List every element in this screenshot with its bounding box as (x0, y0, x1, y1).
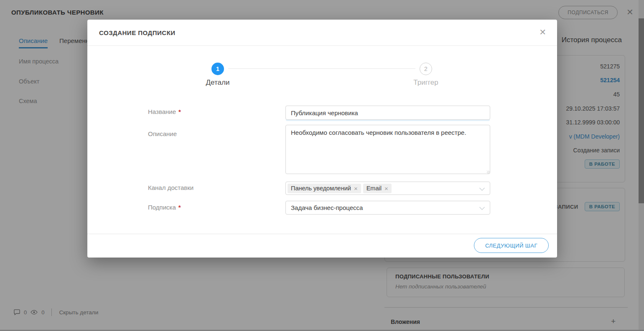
step-1-circle: 1 (211, 63, 224, 75)
chevron-down-icon[interactable] (479, 205, 485, 210)
required-asterisk: * (178, 204, 181, 211)
create-subscription-modal: СОЗДАНИЕ ПОДПИСКИ ✕ 1 2 Детали Триггер Н… (87, 20, 557, 258)
app-root: ОПУБЛИКОВАТЬ ЧЕРНОВИК ПОДПИСАТЬСЯ ✕ Опис… (0, 0, 644, 331)
delivery-channel-multiselect[interactable]: Панель уведомлений × Email × (285, 182, 490, 195)
subscription-select[interactable]: Задача бизнес-процесса (285, 201, 490, 215)
modal-title: СОЗДАНИЕ ПОДПИСКИ (99, 29, 176, 36)
required-asterisk: * (178, 108, 181, 115)
step-1-label: Детали (184, 78, 251, 87)
modal-close-icon[interactable]: ✕ (539, 28, 546, 36)
step-2-circle: 2 (420, 63, 432, 75)
chevron-down-icon[interactable] (479, 185, 485, 191)
name-label: Название* (148, 108, 181, 115)
description-textarea[interactable]: Необходимо согласовать черновик пользова… (285, 125, 490, 174)
channel-label: Канал доставки (148, 184, 193, 191)
next-step-button[interactable]: СЛЕДУЮЩИЙ ШАГ (474, 238, 549, 253)
textarea-resize-handle[interactable] (487, 171, 490, 174)
name-input[interactable] (285, 106, 490, 120)
chip-notification-panel: Панель уведомлений × (288, 184, 361, 193)
modal-header: СОЗДАНИЕ ПОДПИСКИ ✕ (87, 20, 557, 46)
subscription-label: Подписка* (148, 204, 181, 211)
modal-footer: СЛЕДУЮЩИЙ ШАГ (87, 234, 557, 258)
description-label: Описание (148, 130, 177, 137)
chip-remove-icon[interactable]: × (354, 185, 358, 192)
step-2-label[interactable]: Триггер (392, 78, 459, 87)
stepper-connector (228, 68, 415, 69)
chip-remove-icon[interactable]: × (384, 185, 388, 192)
chip-email: Email × (363, 184, 392, 193)
